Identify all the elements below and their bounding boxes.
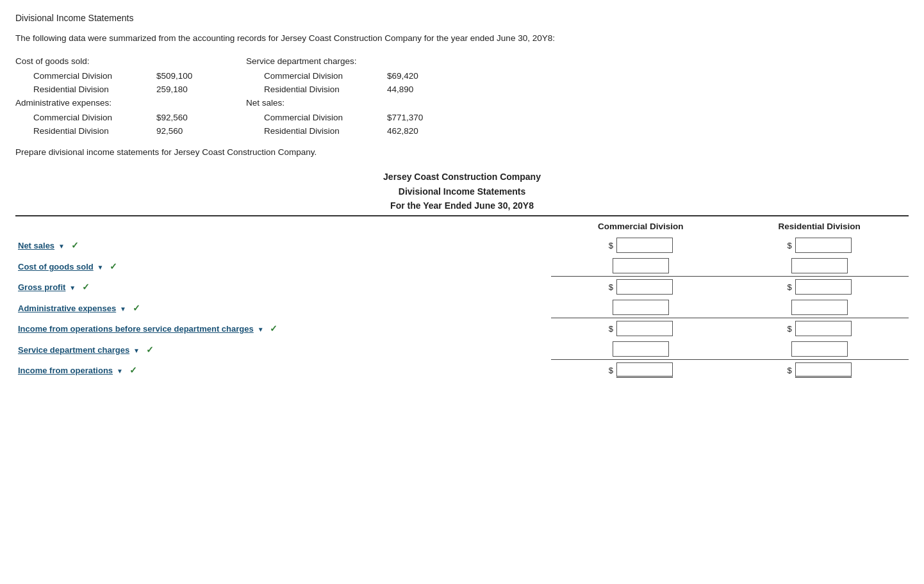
svc-charges-label[interactable]: Service department charges [18, 345, 129, 355]
comm-input-1[interactable] [613, 258, 669, 273]
admin-expenses-label[interactable]: Administrative expenses [18, 304, 116, 313]
res-input-0[interactable] [795, 238, 852, 253]
commercial-division-header: Commercial Division [551, 216, 730, 235]
cogs-check: ✓ [110, 261, 117, 272]
comm-dollar-4: $ [609, 324, 613, 334]
comm-input-2[interactable] [616, 279, 673, 295]
page-title: Divisional Income Statements [15, 13, 909, 23]
res-input-6[interactable] [795, 362, 852, 378]
cogs-dropdown[interactable]: ▼ [97, 264, 104, 271]
intro-text: The following data were summarized from … [15, 32, 909, 45]
res-input-1[interactable] [791, 258, 848, 273]
given-data-grid: Cost of goods sold: Service department c… [15, 56, 909, 136]
res-dollar-0: $ [788, 241, 792, 250]
admin-expenses-check: ✓ [133, 303, 140, 313]
table-row: Cost of goods sold ▼ ✓ [15, 256, 909, 277]
income-before-svc-dropdown[interactable]: ▼ [258, 326, 264, 333]
gross-profit-dropdown[interactable]: ▼ [69, 284, 76, 291]
admin-header: Administrative expenses: [15, 98, 156, 109]
gross-profit-label[interactable]: Gross profit [18, 282, 65, 292]
net-sales-dropdown[interactable]: ▼ [58, 243, 65, 250]
netsales-res-value: 462,820 [387, 126, 477, 136]
svc-charges-dropdown[interactable]: ▼ [133, 347, 140, 354]
comm-input-4[interactable] [616, 321, 673, 336]
netsales-comm-label: Commercial Division [246, 113, 387, 122]
res-dollar-2: $ [788, 282, 792, 292]
net-sales-check: ✓ [71, 240, 79, 250]
income-before-svc-label[interactable]: Income from operations before service de… [18, 324, 254, 334]
table-row: Net sales ▼ ✓ $ $ [15, 235, 909, 256]
table-row: Income from operations before service de… [15, 318, 909, 339]
income-from-ops-dropdown[interactable]: ▼ [117, 368, 123, 375]
admin-res-label: Residential Division [15, 126, 156, 136]
income-from-ops-check: ✓ [129, 365, 137, 375]
res-input-4[interactable] [795, 321, 852, 336]
gross-profit-check: ✓ [82, 282, 90, 292]
netsales-comm-value: $771,370 [387, 113, 477, 122]
res-dollar-4: $ [788, 324, 792, 334]
svc-comm-value: $69,420 [387, 71, 477, 81]
table-row: Service department charges ▼ ✓ [15, 339, 909, 360]
svc-res-label: Residential Division [246, 85, 387, 94]
cogs-comm-label: Commercial Division [15, 71, 156, 81]
prepare-text: Prepare divisional income statements for… [15, 147, 909, 157]
table-row: Administrative expenses ▼ ✓ [15, 297, 909, 318]
income-before-svc-check: ✓ [270, 323, 277, 334]
cogs-res-label: Residential Division [15, 85, 156, 94]
admin-expenses-dropdown[interactable]: ▼ [120, 305, 126, 312]
admin-comm-label: Commercial Division [15, 113, 156, 122]
cogs-res-value: 259,180 [156, 85, 246, 94]
admin-res-value: 92,560 [156, 126, 246, 136]
comm-input-6[interactable] [616, 362, 673, 378]
cogs-header: Cost of goods sold: [15, 56, 156, 67]
netsales-res-label: Residential Division [246, 126, 387, 136]
residential-division-header: Residential Division [730, 216, 909, 235]
cogs-label[interactable]: Cost of goods sold [18, 262, 94, 272]
net-sales-label[interactable]: Net sales [18, 241, 54, 250]
comm-dollar-6: $ [609, 366, 613, 375]
statement-table: Commercial Division Residential Division… [15, 216, 909, 380]
comm-input-0[interactable] [616, 238, 673, 253]
svc-charges-check: ✓ [146, 345, 154, 355]
table-row: Gross profit ▼ ✓ $ $ [15, 277, 909, 298]
statement-container: Commercial Division Residential Division… [15, 215, 909, 380]
res-dollar-6: $ [788, 366, 792, 375]
comm-dollar-2: $ [609, 282, 613, 292]
svc-header: Service department charges: [246, 56, 387, 67]
income-from-ops-label[interactable]: Income from operations [18, 366, 113, 375]
admin-comm-value: $92,560 [156, 113, 246, 122]
cogs-comm-value: $509,100 [156, 71, 246, 81]
res-input-3[interactable] [791, 300, 848, 315]
statement-header: Jersey Coast Construction Company Divisi… [15, 170, 909, 213]
comm-input-5[interactable] [613, 341, 669, 357]
comm-input-3[interactable] [613, 300, 669, 315]
res-input-5[interactable] [791, 341, 848, 357]
res-input-2[interactable] [795, 279, 852, 295]
company-name: Jersey Coast Construction Company [15, 170, 909, 184]
netsales-header: Net sales: [246, 98, 387, 109]
svc-comm-label: Commercial Division [246, 71, 387, 81]
table-row: Income from operations ▼ ✓ $ $ [15, 360, 909, 381]
column-header-row: Commercial Division Residential Division [15, 216, 909, 235]
statement-period: For the Year Ended June 30, 20Y8 [15, 199, 909, 213]
comm-dollar-0: $ [609, 241, 613, 250]
statement-title: Divisional Income Statements [15, 184, 909, 199]
svc-res-value: 44,890 [387, 85, 477, 94]
